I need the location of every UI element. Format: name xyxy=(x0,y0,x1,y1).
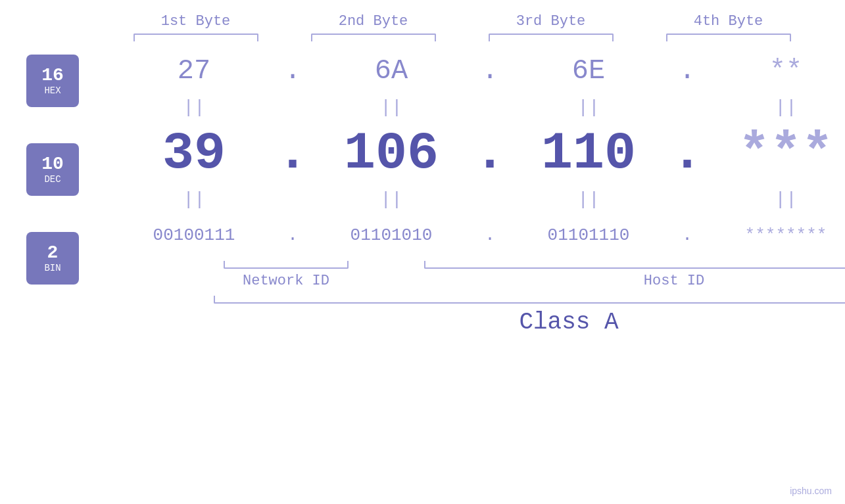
badges-column: 16 HEX 10 DEC 2 BIN xyxy=(26,48,79,321)
hex-byte-2-cell: 6A xyxy=(309,55,473,87)
hex-badge-number: 16 xyxy=(41,66,64,86)
bottom-brackets-row xyxy=(158,261,845,269)
main-container: 1st Byte 2nd Byte 3rd Byte 4th Byte 16 H… xyxy=(0,0,845,504)
id-labels-row: Network ID Host ID xyxy=(158,273,845,289)
long-bottom-bracket-line xyxy=(214,296,845,304)
eq1-byte-2: || xyxy=(309,97,473,118)
bin-dot-2-cell: . xyxy=(473,225,506,245)
hex-row: 27 . 6A . 6E . ** xyxy=(79,48,845,94)
bin-byte-2: 01101010 xyxy=(350,225,433,245)
hex-dot-2-cell: . xyxy=(473,55,506,87)
dec-dot-1: . xyxy=(277,124,308,183)
dec-dot-3-cell: . xyxy=(671,124,704,183)
dec-badge: 10 DEC xyxy=(26,143,79,196)
top-bracket-line-1 xyxy=(133,34,258,41)
eq1-sign-1: || xyxy=(183,97,205,118)
bin-dot-3: . xyxy=(682,225,692,245)
bin-badge: 2 BIN xyxy=(26,232,79,285)
top-bracket-line-4 xyxy=(666,34,791,41)
top-bracket-1 xyxy=(107,34,285,41)
bracket-spacer-1 xyxy=(375,261,408,269)
hex-dot-1-cell: . xyxy=(276,55,309,87)
bottom-bracket-line-network xyxy=(224,261,349,269)
bin-byte-3-cell: 01101110 xyxy=(506,225,671,245)
dec-byte-4-cell: *** xyxy=(704,124,845,183)
dec-byte-4: *** xyxy=(738,124,833,183)
dec-byte-2-cell: 106 xyxy=(309,124,473,183)
hex-byte-1-cell: 27 xyxy=(112,55,276,87)
dec-byte-3-cell: 110 xyxy=(506,124,671,183)
bin-byte-1: 00100111 xyxy=(153,225,235,245)
bin-byte-2-cell: 01101010 xyxy=(309,225,473,245)
bin-byte-3: 01101110 xyxy=(548,225,630,245)
hex-byte-4: ** xyxy=(769,55,802,87)
hex-byte-2: 6A xyxy=(375,55,408,87)
bin-row: 00100111 . 01101010 . 01101110 . xyxy=(79,212,845,258)
hex-dot-3-cell: . xyxy=(671,55,704,87)
host-id-label: Host ID xyxy=(408,273,845,289)
hex-dot-3: . xyxy=(679,55,695,87)
byte-label-4: 4th Byte xyxy=(640,13,817,30)
byte-labels-row: 1st Byte 2nd Byte 3rd Byte 4th Byte xyxy=(66,13,845,30)
dec-dot-1-cell: . xyxy=(276,124,309,183)
eq2-sign-4: || xyxy=(775,189,797,210)
eq1-sign-4: || xyxy=(775,97,797,118)
dec-badge-label: DEC xyxy=(44,174,60,185)
equals-row-2: || || || || xyxy=(79,186,845,212)
hex-badge: 16 HEX xyxy=(26,55,79,107)
top-bracket-2 xyxy=(285,34,462,41)
dec-dot-2: . xyxy=(474,124,506,183)
equals-row-1: || || || || xyxy=(79,94,845,120)
top-bracket-4 xyxy=(640,34,817,41)
top-bracket-line-2 xyxy=(311,34,436,41)
hex-byte-4-cell: ** xyxy=(704,55,845,87)
dec-byte-1-cell: 39 xyxy=(112,124,276,183)
bin-byte-4-cell: ******** xyxy=(704,225,845,245)
eq1-byte-3: || xyxy=(506,97,671,118)
long-bottom-bracket-row xyxy=(158,296,845,304)
bin-byte-1-cell: 00100111 xyxy=(112,225,276,245)
byte-label-1: 1st Byte xyxy=(107,13,285,30)
hex-byte-3-cell: 6E xyxy=(506,55,671,87)
dec-byte-3: 110 xyxy=(541,124,636,183)
eq2-sign-2: || xyxy=(380,189,402,210)
bin-dot-1: . xyxy=(287,225,298,245)
byte-label-2: 2nd Byte xyxy=(285,13,462,30)
eq2-byte-4: || xyxy=(704,189,845,210)
hex-byte-1: 27 xyxy=(178,55,210,87)
eq2-sign-3: || xyxy=(577,189,600,210)
byte-label-3: 3rd Byte xyxy=(462,13,640,30)
top-bracket-3 xyxy=(462,34,640,41)
network-id-label: Network ID xyxy=(197,273,375,289)
bottom-bracket-host xyxy=(408,261,845,269)
hex-dot-1: . xyxy=(284,55,301,87)
dec-byte-1: 39 xyxy=(162,124,226,183)
bin-badge-number: 2 xyxy=(47,243,59,263)
eq1-sign-2: || xyxy=(380,97,402,118)
dec-row: 39 . 106 . 110 . *** xyxy=(79,120,845,186)
eq2-byte-1: || xyxy=(112,189,276,210)
watermark: ipshu.com xyxy=(790,486,832,496)
eq2-byte-2: || xyxy=(309,189,473,210)
bottom-bracket-network xyxy=(197,261,375,269)
eq1-byte-4: || xyxy=(704,97,845,118)
content-area: 16 HEX 10 DEC 2 BIN 27 . xyxy=(26,48,819,336)
class-label: Class A xyxy=(214,309,845,336)
bin-dot-3-cell: . xyxy=(671,225,704,245)
hex-byte-3: 6E xyxy=(572,55,605,87)
label-spacer xyxy=(375,273,408,289)
class-label-row: Class A xyxy=(158,309,845,336)
dec-dot-3: . xyxy=(671,124,703,183)
bin-badge-label: BIN xyxy=(44,263,60,273)
bin-dot-2: . xyxy=(485,225,495,245)
top-bracket-line-3 xyxy=(489,34,614,41)
hex-badge-label: HEX xyxy=(44,85,60,96)
dec-byte-2: 106 xyxy=(344,124,439,183)
hex-dot-2: . xyxy=(481,55,498,87)
eq2-byte-3: || xyxy=(506,189,671,210)
dec-badge-number: 10 xyxy=(41,154,64,175)
eq1-sign-3: || xyxy=(577,97,600,118)
ip-grid: 27 . 6A . 6E . ** xyxy=(79,48,845,336)
eq2-sign-1: || xyxy=(183,189,205,210)
bin-dot-1-cell: . xyxy=(276,225,309,245)
